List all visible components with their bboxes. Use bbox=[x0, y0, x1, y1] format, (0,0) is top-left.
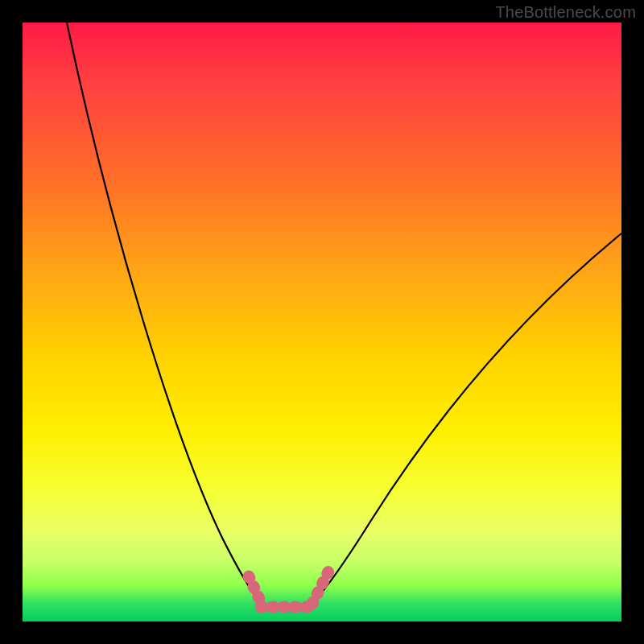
curve-left-arm bbox=[67, 23, 261, 604]
trough-band-right bbox=[312, 572, 328, 604]
plot-area bbox=[23, 23, 621, 621]
watermark-text: TheBottleneck.com bbox=[495, 3, 636, 22]
bottleneck-curve bbox=[23, 23, 621, 621]
chart-frame: TheBottleneck.com bbox=[0, 0, 644, 644]
trough-band-left bbox=[249, 576, 261, 602]
curve-right-arm bbox=[312, 233, 621, 604]
